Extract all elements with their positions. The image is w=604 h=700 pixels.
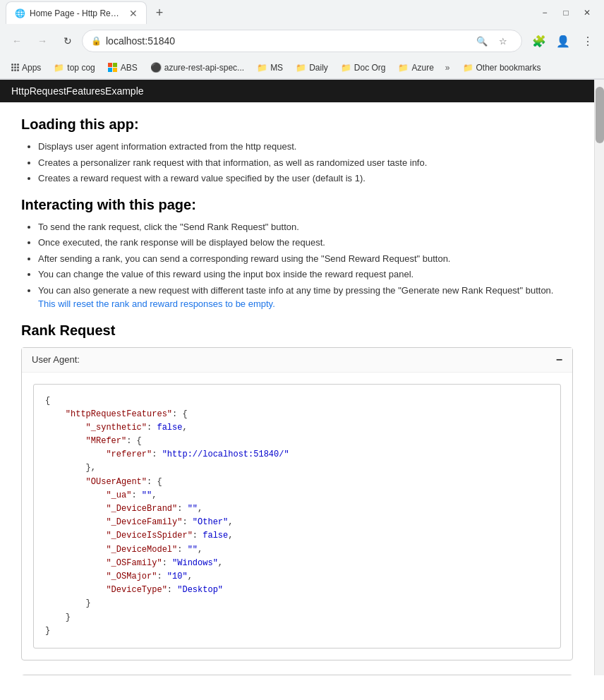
loading-bullets: Displays user agent information extracte… xyxy=(21,140,573,186)
interacting-title: Interacting with this page: xyxy=(21,197,573,213)
page-content: Loading this app: Displays user agent in… xyxy=(0,102,594,675)
close-button[interactable]: ✕ xyxy=(579,4,596,21)
folder-icon-doc-org: 📁 xyxy=(341,63,351,73)
abs-label: ABS xyxy=(121,63,138,73)
search-icon[interactable]: 🔍 xyxy=(472,31,492,51)
bookmark-daily[interactable]: 📁 Daily xyxy=(290,60,334,76)
interacting-bullet-5: You can also generate a new request with… xyxy=(38,284,573,311)
loading-title: Loading this app: xyxy=(21,116,573,133)
reload-button[interactable]: ↻ xyxy=(56,30,79,52)
title-bar: 🌐 Home Page - Http Request Featu... ✕ + … xyxy=(0,0,604,25)
folder-icon-azure: 📁 xyxy=(398,63,409,73)
scrollbar[interactable] xyxy=(594,80,604,675)
interacting-bullet-1: To send the rank request, click the "Sen… xyxy=(38,220,573,234)
loading-bullet-3: Creates a reward request with a reward v… xyxy=(38,171,573,186)
menu-icon[interactable]: ⋮ xyxy=(576,30,598,52)
browser-tab-active[interactable]: 🌐 Home Page - Http Request Featu... ✕ xyxy=(6,1,147,24)
ms-logo-icon xyxy=(108,63,118,73)
browser-actions: 🧩 👤 ⋮ xyxy=(528,30,598,52)
folder-icon-other: 📁 xyxy=(463,63,473,73)
tab-favicon: 🌐 xyxy=(15,8,25,18)
window-controls: − □ ✕ xyxy=(536,4,596,21)
url-text: localhost:51840 xyxy=(106,35,468,47)
page-header: HttpRequestFeaturesExample xyxy=(0,80,594,102)
user-agent-label: User Agent: xyxy=(32,354,80,365)
user-agent-panel-body: { "httpRequestFeatures": { "_synthetic":… xyxy=(22,373,572,660)
azure-label: Azure xyxy=(411,63,433,73)
personalizer-panel: Content of a personalizer rank request: … xyxy=(21,675,573,675)
maximize-button[interactable]: □ xyxy=(557,4,574,21)
bookmark-azure[interactable]: 📁 Azure xyxy=(392,60,439,76)
interacting-bullet-2: Once executed, the rank response will be… xyxy=(38,236,573,250)
loading-bullet-2: Creates a personalizer rank request with… xyxy=(38,156,573,170)
app-name: HttpRequestFeaturesExample xyxy=(11,85,144,97)
bookmark-apps[interactable]: Apps xyxy=(6,60,47,76)
user-agent-code-block: { "httpRequestFeatures": { "_synthetic":… xyxy=(33,384,561,648)
bookmark-azure-rest[interactable]: ⚫ azure-rest-api-spec... xyxy=(145,59,250,76)
back-button[interactable]: ← xyxy=(6,30,28,52)
minimize-button[interactable]: − xyxy=(536,4,553,21)
interacting-bullet-4: You can change the value of this reward … xyxy=(38,267,573,282)
user-agent-panel: User Agent: − { "httpRequestFeatures": {… xyxy=(21,347,573,660)
address-bar-row: ← → ↻ 🔒 localhost:51840 🔍 ☆ 🧩 👤 ⋮ xyxy=(0,25,604,56)
new-tab-button[interactable]: + xyxy=(150,3,169,23)
doc-org-label: Doc Org xyxy=(354,63,386,73)
folder-icon-ms: 📁 xyxy=(257,63,267,73)
tab-label: Home Page - Http Request Featu... xyxy=(30,8,122,18)
bookmark-abs[interactable]: ABS xyxy=(102,60,143,76)
address-bar[interactable]: 🔒 localhost:51840 🔍 ☆ xyxy=(82,30,522,52)
azure-rest-label: azure-rest-api-spec... xyxy=(164,63,244,73)
browser-chrome: 🌐 Home Page - Http Request Featu... ✕ + … xyxy=(0,0,604,675)
other-bookmarks-label: Other bookmarks xyxy=(476,63,541,73)
bookmark-star-icon[interactable]: ☆ xyxy=(493,31,513,51)
user-agent-collapse-button[interactable]: − xyxy=(556,354,562,366)
bookmark-top-cog[interactable]: 📁 top cog xyxy=(48,60,100,76)
rank-request-title: Rank Request xyxy=(21,322,573,339)
bookmarks-bar: Apps 📁 top cog ABS ⚫ a xyxy=(0,56,604,79)
extensions-icon[interactable]: 🧩 xyxy=(528,30,550,52)
address-bar-actions: 🔍 ☆ xyxy=(472,31,513,51)
interacting-bullets: To send the rank request, click the "Sen… xyxy=(21,220,573,311)
interacting-bullet-3: After sending a rank, you can send a cor… xyxy=(38,252,573,266)
profile-icon[interactable]: 👤 xyxy=(552,30,574,52)
loading-bullet-1: Displays user agent information extracte… xyxy=(38,140,573,154)
apps-label: Apps xyxy=(22,63,41,73)
lock-icon: 🔒 xyxy=(91,36,102,46)
apps-grid-icon xyxy=(11,64,19,71)
forward-button[interactable]: → xyxy=(31,30,54,52)
folder-icon-top-cog: 📁 xyxy=(54,63,64,73)
daily-label: Daily xyxy=(309,63,328,73)
more-bookmarks-button[interactable]: » xyxy=(441,60,454,76)
ms-label: MS xyxy=(270,63,283,73)
folder-icon-daily: 📁 xyxy=(296,63,306,73)
tab-close-button[interactable]: ✕ xyxy=(129,8,138,19)
user-agent-panel-header: User Agent: − xyxy=(22,348,572,373)
top-cog-label: top cog xyxy=(67,63,95,73)
other-bookmarks[interactable]: 📁 Other bookmarks xyxy=(457,60,547,76)
github-icon: ⚫ xyxy=(150,62,162,73)
bookmark-ms[interactable]: 📁 MS xyxy=(251,60,289,76)
bookmark-doc-org[interactable]: 📁 Doc Org xyxy=(335,60,392,76)
